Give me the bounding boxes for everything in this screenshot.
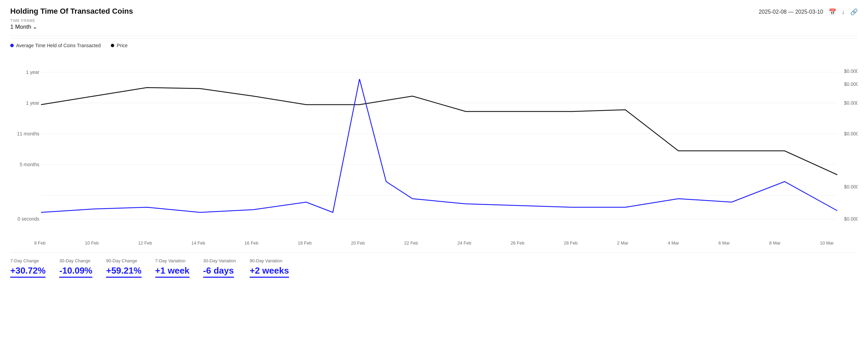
- chart-container: 1 year 1 year 11 months 5 months 0 secon…: [10, 52, 858, 236]
- timeframe-selector[interactable]: 1 Month ⌄: [10, 23, 37, 30]
- stat-item-2: 90-Day Change+59.21%: [106, 258, 155, 278]
- stat-value: +1 week: [155, 265, 189, 278]
- stat-label: 30-Day Change: [59, 258, 92, 263]
- stat-value: +59.21%: [106, 265, 141, 278]
- calendar-icon[interactable]: 📅: [829, 8, 836, 16]
- chevron-down-icon: ⌄: [32, 23, 37, 30]
- timeframe-label: TIME FRAME: [10, 18, 858, 23]
- x-axis-labels: 8 Feb 10 Feb 12 Feb 14 Feb 16 Feb 18 Feb…: [10, 240, 858, 246]
- timeframe-section: TIME FRAME 1 Month ⌄: [10, 18, 858, 30]
- stat-item-0: 7-Day Change+30.72%: [10, 258, 59, 278]
- stat-label: 30-Day Variation: [203, 258, 236, 263]
- svg-text:5 months: 5 months: [19, 162, 39, 167]
- legend-dot-avg: [10, 44, 14, 47]
- x-label: 26 Feb: [511, 240, 524, 246]
- x-label: 8 Mar: [769, 240, 780, 246]
- stat-label: 90-Day Change: [106, 258, 141, 263]
- chart-svg: 1 year 1 year 11 months 5 months 0 secon…: [10, 52, 858, 236]
- x-label: 10 Feb: [85, 240, 98, 246]
- x-label: 16 Feb: [245, 240, 258, 246]
- stat-value: -10.09%: [59, 265, 92, 278]
- stat-label: 90-Day Variation: [250, 258, 289, 263]
- x-label: 4 Mar: [668, 240, 679, 246]
- stat-value: -6 days: [203, 265, 234, 278]
- x-label: 2 Mar: [617, 240, 628, 246]
- page-title: Holding Time Of Transacted Coins: [10, 7, 133, 16]
- legend-label-price: Price: [117, 43, 128, 48]
- x-label: 10 Mar: [820, 240, 833, 246]
- stat-item-3: 7-Day Variation+1 week: [155, 258, 203, 278]
- link-icon[interactable]: 🔗: [850, 8, 858, 16]
- x-label: 14 Feb: [192, 240, 205, 246]
- x-label: 22 Feb: [404, 240, 418, 246]
- date-range: 2025-02-08 — 2025-03-10: [759, 9, 823, 15]
- svg-text:1 year: 1 year: [26, 100, 39, 106]
- legend-dot-price: [111, 44, 114, 47]
- svg-text:$0.000011: $0.000011: [844, 216, 858, 222]
- x-label: 20 Feb: [351, 240, 365, 246]
- stat-item-1: 30-Day Change-10.09%: [59, 258, 106, 278]
- svg-text:$0.000018: $0.000018: [844, 68, 858, 74]
- svg-text:$0.000015: $0.000015: [844, 100, 858, 106]
- price-line: [41, 88, 837, 175]
- x-label: 28 Feb: [564, 240, 578, 246]
- x-label: 24 Feb: [457, 240, 471, 246]
- stat-value: +30.72%: [10, 265, 45, 278]
- stat-item-5: 90-Day Variation+2 weeks: [250, 258, 303, 278]
- svg-text:$0.000017: $0.000017: [844, 81, 858, 87]
- svg-text:11 months: 11 months: [17, 131, 39, 136]
- svg-text:$0.000012: $0.000012: [844, 184, 858, 189]
- stats-row: 7-Day Change+30.72%30-Day Change-10.09%9…: [10, 252, 858, 278]
- stat-label: 7-Day Change: [10, 258, 45, 263]
- svg-text:0 seconds: 0 seconds: [17, 216, 39, 222]
- download-icon[interactable]: ↓: [842, 9, 845, 16]
- legend-item-price: Price: [111, 43, 128, 48]
- stat-label: 7-Day Variation: [155, 258, 189, 263]
- legend-item-avg: Average Time Held of Coins Transacted: [10, 43, 101, 48]
- legend-label-avg: Average Time Held of Coins Transacted: [16, 43, 101, 48]
- x-label: 8 Feb: [34, 240, 45, 246]
- stat-value: +2 weeks: [250, 265, 289, 278]
- svg-text:$0.000014: $0.000014: [844, 131, 858, 136]
- avg-time-line: [41, 79, 837, 212]
- svg-text:1 year: 1 year: [26, 69, 39, 75]
- header-row: Holding Time Of Transacted Coins 2025-02…: [10, 7, 858, 16]
- timeframe-value: 1 Month: [10, 24, 31, 30]
- legend-row: Average Time Held of Coins Transacted Pr…: [10, 38, 858, 48]
- stat-item-4: 30-Day Variation-6 days: [203, 258, 250, 278]
- x-label: 6 Mar: [719, 240, 730, 246]
- header-right: 2025-02-08 — 2025-03-10 📅 ↓ 🔗: [759, 8, 858, 16]
- divider: [10, 36, 858, 36]
- x-label: 12 Feb: [138, 240, 152, 246]
- x-label: 18 Feb: [298, 240, 312, 246]
